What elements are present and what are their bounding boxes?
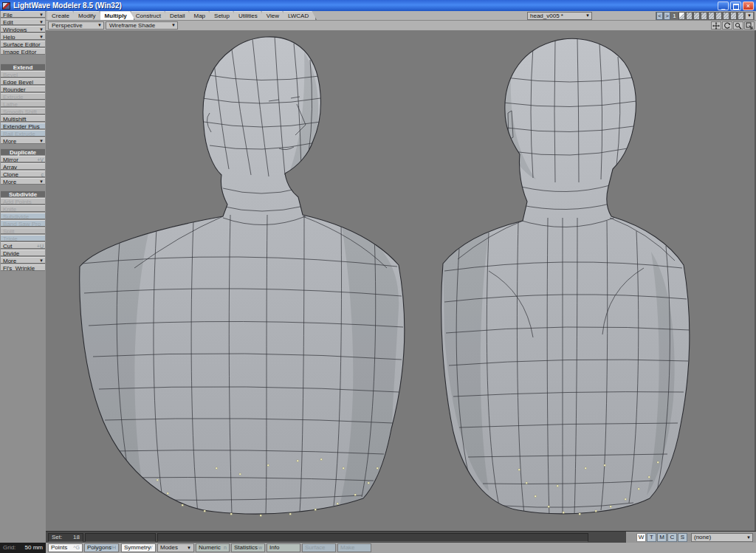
chevron-down-icon: ▼: [39, 19, 44, 25]
sidebar-item-fls-wrinkle[interactable]: Fl's_Wrinkle: [1, 264, 45, 271]
window-title: LightWave Modeler 8.5 (Win32): [13, 1, 122, 10]
sidebar-item-smooth-shift: Smooth Shift: [1, 108, 45, 114]
shortcut-hint: c: [41, 171, 44, 177]
maximize-button[interactable]: [730, 1, 741, 10]
sidebar-item-subdivide-more[interactable]: More▼: [1, 257, 45, 264]
rotate-icon[interactable]: [722, 21, 732, 30]
chevron-down-icon: ▼: [39, 12, 44, 18]
sidebar-item-divide[interactable]: Divide: [1, 250, 45, 256]
zoom-icon[interactable]: [733, 21, 743, 30]
sidebar-item-image-editor[interactable]: Image Editor: [1, 48, 45, 55]
surface-button: Surface: [302, 543, 336, 552]
section-header-duplicate: Duplicate: [1, 148, 45, 155]
sidebar-item-file[interactable]: File▼: [1, 11, 45, 18]
sidebar-item-triple: Triple: [1, 235, 45, 241]
layer-button-4[interactable]: [701, 12, 707, 20]
layer-button-6[interactable]: [715, 12, 722, 20]
layer-button-7[interactable]: [723, 12, 729, 20]
chevron-down-icon: ▼: [187, 544, 191, 552]
view-mode-dropdown[interactable]: Perspective ▼: [48, 21, 104, 30]
sidebar-item-lathe: Lathe: [1, 100, 45, 107]
left-toolbar: File▼ Edit▼ Windows▼ Help▼ Surface Edito…: [0, 11, 46, 543]
chevron-down-icon: ▼: [39, 138, 44, 144]
sidebar-item-subdivide: Subdivide: [1, 213, 45, 219]
tab-create[interactable]: Create: [47, 11, 78, 20]
sidebar-item-help[interactable]: Help▼: [1, 33, 45, 40]
layer-button-1[interactable]: [678, 12, 685, 20]
sidebar-item-edge-bevel[interactable]: Edge Bevel: [1, 78, 45, 85]
info-button[interactable]: Info: [267, 543, 300, 552]
chevron-down-icon: ▼: [171, 22, 176, 29]
vmap-weight-button[interactable]: W: [636, 533, 646, 542]
sidebar-item-multishift[interactable]: Multishift: [1, 115, 45, 122]
sidebar-item-array[interactable]: Array: [1, 163, 45, 170]
object-selector[interactable]: head_v005 * ▼: [527, 12, 592, 20]
chevron-down-icon: ▼: [39, 179, 44, 185]
layer-button-8[interactable]: [730, 12, 737, 20]
status-row: Set: 18 W T M C S (none) ▼: [46, 531, 756, 543]
sidebar-item-extender-plus[interactable]: Extender Plus: [1, 123, 45, 129]
layer-button-5[interactable]: [708, 12, 715, 20]
make-button: Make: [337, 543, 371, 552]
vmap-selector[interactable]: (none) ▼: [691, 533, 753, 542]
bottom-bar: Grid: 50 mm ^G Points ^H Polygons +Y Sym…: [0, 543, 756, 553]
sidebar-item-add-points: Add Points: [1, 198, 45, 205]
modes-dropdown[interactable]: ▼ Modes: [157, 543, 194, 552]
model-viewport-canvas: [46, 30, 755, 531]
tab-utilities[interactable]: Utilities: [234, 11, 266, 20]
sidebar-item-bevel: Bevel: [1, 71, 45, 78]
sidebar-item-extend-more[interactable]: More▼: [1, 137, 45, 144]
symmetry-button[interactable]: +Y Symmetry: [121, 543, 156, 552]
statistics-button[interactable]: w Statistics: [231, 543, 265, 552]
shade-mode-dropdown[interactable]: Wireframe Shade ▼: [106, 21, 178, 30]
vmap-selection-button[interactable]: S: [678, 533, 687, 542]
menu-tab-bar: Create Modify Multiply Construct Detail …: [46, 11, 756, 21]
points-mode-button[interactable]: ^G Points: [48, 543, 83, 552]
chevron-down-icon: ▼: [39, 34, 44, 40]
app-icon: [2, 2, 10, 10]
minimize-button[interactable]: _: [718, 1, 729, 10]
close-button[interactable]: ×: [743, 1, 754, 10]
tab-multiply[interactable]: Multiply: [100, 11, 135, 20]
sidebar-item-mirror[interactable]: Mirror+V: [1, 156, 45, 162]
sidebar-item-edit[interactable]: Edit▼: [1, 18, 45, 25]
sidebar-item-split: Split: [1, 227, 45, 234]
section-header-subdivide: Subdivide: [1, 190, 45, 197]
polygons-mode-button[interactable]: ^H Polygons: [84, 543, 119, 552]
sidebar-item-extrude: Extrude: [1, 93, 45, 100]
title-bar: LightWave Modeler 8.5 (Win32) _ ×: [0, 0, 756, 11]
status-field-3: [157, 533, 588, 542]
tab-modify[interactable]: Modify: [74, 11, 104, 20]
layer-dropdown[interactable]: ▼: [745, 12, 754, 20]
layer-button-2[interactable]: [686, 12, 693, 20]
layer-button-3[interactable]: [693, 12, 700, 20]
vmap-morph-button[interactable]: M: [657, 533, 667, 542]
set-value: 18: [73, 534, 80, 541]
fit-view-icon[interactable]: [744, 21, 755, 30]
chevron-down-icon: ▼: [585, 13, 590, 19]
sidebar-item-surface-editor[interactable]: Surface Editor: [1, 41, 45, 47]
vmap-color-button[interactable]: C: [667, 533, 677, 542]
vmap-texture-button[interactable]: T: [647, 533, 656, 542]
tab-view[interactable]: View: [262, 11, 287, 20]
pan-icon[interactable]: [711, 21, 721, 30]
tab-lwcad[interactable]: LWCAD: [284, 11, 317, 20]
shortcut-hint: +U: [37, 243, 44, 249]
grid-value: 50 mm: [25, 543, 43, 553]
layer-button-9[interactable]: [738, 12, 744, 20]
sidebar-item-duplicate-more[interactable]: More▼: [1, 178, 45, 185]
chevron-down-icon: ▼: [746, 534, 751, 541]
next-layer-button[interactable]: >: [664, 12, 670, 20]
sidebar-item-cut[interactable]: Cut+U: [1, 242, 45, 249]
numeric-button[interactable]: n Numeric: [196, 543, 230, 552]
sidebar-item-clone[interactable]: Clonec: [1, 171, 45, 177]
tab-construct[interactable]: Construct: [131, 11, 169, 20]
prev-layer-button[interactable]: <: [656, 12, 663, 20]
model-viewport[interactable]: [46, 30, 756, 531]
viewport-header: Perspective ▼ Wireframe Shade ▼: [46, 21, 756, 30]
sidebar-item-rounder[interactable]: Rounder: [1, 86, 45, 92]
tab-setup[interactable]: Setup: [210, 11, 238, 20]
set-field: Set: 18: [48, 533, 83, 542]
sidebar-item-windows[interactable]: Windows▼: [1, 26, 45, 32]
tab-detail[interactable]: Detail: [165, 11, 193, 20]
